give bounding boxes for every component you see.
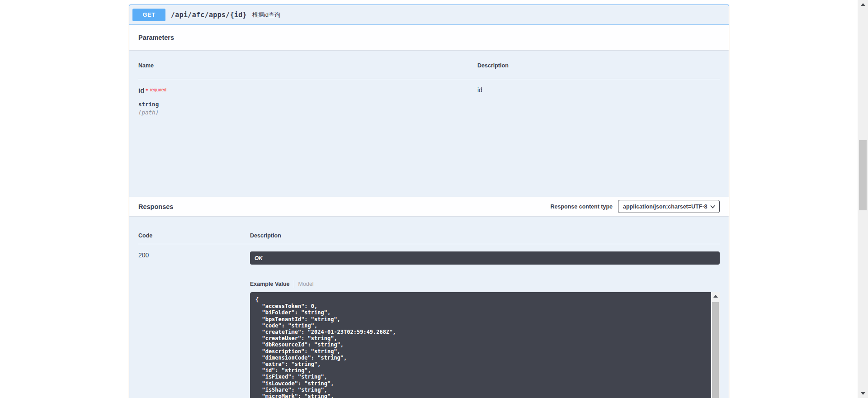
response-description-column-header: Description bbox=[250, 232, 720, 239]
tab-example-value[interactable]: Example Value bbox=[250, 281, 290, 287]
responses-table-header: Code Description bbox=[138, 216, 720, 244]
response-content-type-value: application/json;charset=UTF-8 bbox=[623, 204, 708, 210]
chevron-down-icon bbox=[710, 204, 716, 210]
tab-model[interactable]: Model bbox=[298, 281, 314, 287]
response-content-type-label: Response content type bbox=[550, 204, 613, 210]
page-scrollbar-thumb[interactable] bbox=[859, 140, 867, 210]
response-content-type-select[interactable]: application/json;charset=UTF-8 bbox=[618, 200, 720, 213]
codeblock-scrollbar-thumb[interactable] bbox=[712, 302, 719, 398]
endpoint-path[interactable]: /api/afc/apps/{id} bbox=[171, 11, 247, 19]
required-asterisk: * bbox=[146, 87, 148, 94]
parameters-table: Name Description id*required string (pat… bbox=[129, 50, 729, 116]
page-scroll-down-icon[interactable] bbox=[861, 392, 865, 395]
response-description-text: OK bbox=[255, 255, 263, 261]
response-description-bar: OK bbox=[250, 251, 720, 265]
tab-divider bbox=[294, 280, 294, 288]
parameter-name: id*required bbox=[138, 86, 477, 95]
param-description-column-header: Description bbox=[477, 62, 720, 69]
example-model-tabs: Example Value Model bbox=[250, 280, 720, 287]
parameters-section-header: Parameters bbox=[129, 25, 729, 50]
responses-table: Code Description 200 OK Example Value Mo… bbox=[129, 216, 729, 398]
parameters-table-header: Name Description bbox=[138, 50, 720, 79]
required-label: required bbox=[150, 87, 166, 92]
codeblock-scrollbar[interactable] bbox=[711, 292, 720, 398]
responses-title: Responses bbox=[138, 203, 173, 210]
example-json: { "accessToken": 0, "biFolder": "string"… bbox=[250, 292, 711, 398]
endpoint-header[interactable]: GET /api/afc/apps/{id} 根据id查询 bbox=[129, 5, 729, 25]
page-scroll-up-icon[interactable] bbox=[861, 3, 865, 6]
parameters-title: Parameters bbox=[138, 34, 174, 41]
responses-section-header: Responses Response content type applicat… bbox=[129, 197, 729, 216]
scroll-up-icon[interactable] bbox=[713, 295, 718, 298]
response-row: 200 OK Example Value Model { "accessToke… bbox=[138, 244, 720, 398]
response-content-type-control: Response content type application/json;c… bbox=[550, 200, 720, 213]
page-scrollbar[interactable] bbox=[858, 0, 868, 398]
param-name-column-header: Name bbox=[138, 62, 477, 69]
parameter-row: id*required string (path) id bbox=[138, 79, 720, 116]
example-value-codeblock: { "accessToken": 0, "biFolder": "string"… bbox=[250, 292, 720, 398]
parameter-location: (path) bbox=[138, 109, 477, 116]
response-status-code: 200 bbox=[138, 251, 250, 398]
parameter-description: id bbox=[477, 86, 720, 116]
endpoint-summary: 根据id查询 bbox=[252, 11, 280, 19]
opblock-get: GET /api/afc/apps/{id} 根据id查询 Parameters… bbox=[129, 5, 729, 398]
http-method-badge[interactable]: GET bbox=[132, 9, 165, 21]
parameter-type: string bbox=[138, 101, 477, 108]
response-code-column-header: Code bbox=[138, 232, 250, 239]
